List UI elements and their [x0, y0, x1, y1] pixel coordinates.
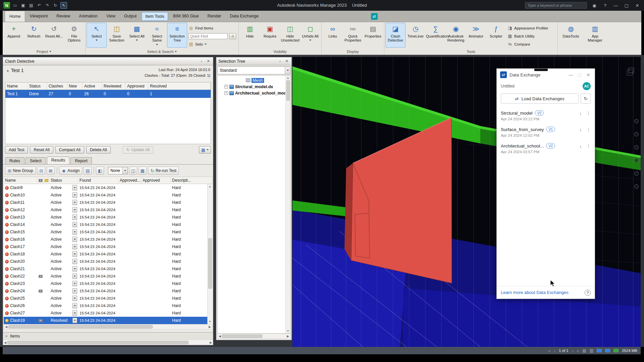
clash-row[interactable]: Clash21 Active 15:54:23 24-04-2024 Hard: [4, 265, 212, 273]
scrollbar-thumb[interactable]: [8, 325, 153, 328]
nav-tool-icon[interactable]: [634, 119, 639, 123]
status-dropdown[interactable]: [72, 222, 77, 227]
ribbon-tab[interactable]: Output: [120, 11, 141, 22]
ribbon-group-label[interactable]: Select & Search: [87, 49, 237, 55]
minimize-panel-icon[interactable]: —: [568, 72, 574, 77]
clash-subtab[interactable]: Select: [25, 157, 46, 164]
quick-access-icon[interactable]: ↶: [36, 2, 43, 9]
test-action-button[interactable]: Add Test: [5, 146, 28, 154]
data-exchange-tab-icon[interactable]: ⇄: [371, 13, 378, 20]
kebab-menu-icon[interactable]: ⋮: [586, 111, 591, 116]
tree-mode-select[interactable]: Standard: [217, 66, 290, 74]
clash-row[interactable]: Clash17 Active 15:54:23 24-04-2024 Hard: [4, 243, 212, 250]
status-dropdown[interactable]: [72, 185, 77, 190]
items-section-header[interactable]: » Items: [3, 332, 213, 340]
clash-subtab[interactable]: Results: [47, 157, 70, 164]
data-exchange-titlebar[interactable]: ⇄ Data Exchange — ▢ ✕: [497, 69, 595, 81]
quick-access-icon[interactable]: ▤: [28, 2, 35, 9]
ribbon-button[interactable]: ◻ Unhide All: [300, 23, 320, 48]
ribbon-button[interactable]: ↻ Refresh: [24, 23, 44, 48]
column-header-viewpoint[interactable]: [37, 177, 43, 184]
column-header-name[interactable]: Name: [4, 177, 37, 184]
clash-row[interactable]: Clash10 Active 15:54:23 24-04-2024 Hard: [4, 191, 212, 199]
clash-row[interactable]: Clash13 Active 15:54:23 24-04-2024 Hard: [4, 214, 212, 221]
status-dropdown[interactable]: [72, 296, 77, 301]
results-horizontal-scrollbar[interactable]: ◀ ▶: [4, 324, 212, 329]
tree-horizontal-scrollbar[interactable]: ◀ ▶: [217, 334, 290, 339]
expand-node-icon[interactable]: +: [224, 85, 228, 88]
download-icon[interactable]: ↓: [580, 143, 582, 148]
sets-button[interactable]: ▤ Sets: [189, 41, 236, 48]
column-header-comments[interactable]: [43, 177, 49, 184]
ribbon-tab[interactable]: Animation: [74, 11, 102, 22]
float-panel-icon[interactable]: ▫: [199, 59, 204, 63]
ribbon-button[interactable]: ≔ Quick Properties: [343, 23, 363, 48]
tree-node-model[interactable]: + Architectual_school_mode: [218, 90, 290, 96]
status-dropdown[interactable]: [72, 215, 77, 220]
nav-tool-icon[interactable]: [634, 145, 639, 149]
ribbon-small-button[interactable]: ◨ Appearance Profiler: [507, 24, 555, 32]
ribbon-tab[interactable]: Render: [203, 11, 226, 22]
ribbon-button[interactable]: ▩ Select All: [127, 23, 147, 48]
clash-row[interactable]: Clash24 Active 15:54:23 24-04-2024 Hard: [4, 287, 212, 295]
tests-column-header[interactable]: Clashes: [47, 82, 67, 89]
status-dropdown[interactable]: [72, 229, 77, 235]
quick-find-button[interactable]: ◎: [229, 33, 236, 39]
ribbon-tab[interactable]: View: [102, 11, 120, 22]
drag-handle[interactable]: [534, 69, 548, 71]
clash-row[interactable]: Clash12 Active 15:54:23 24-04-2024 Hard: [4, 206, 212, 214]
test-action-button[interactable]: Compact All: [55, 146, 84, 154]
ribbon-button[interactable]: ≈ Select Same: [147, 23, 167, 48]
ribbon-button[interactable]: ◉ Autodesk Rendering: [446, 23, 466, 48]
selection-tree-titlebar[interactable]: Selection Tree ▫ ✕: [216, 57, 291, 65]
clash-panel-titlebar[interactable]: Clash Detective ▫ ✕: [3, 57, 213, 65]
status-dropdown[interactable]: [72, 274, 77, 279]
multi-sheet-icon[interactable]: ▥: [590, 348, 593, 353]
help-icon[interactable]: ?: [585, 290, 591, 296]
clash-row[interactable]: Clash18 Active 15:54:23 24-04-2024 Hard: [4, 250, 212, 258]
ribbon-tab[interactable]: Home: [5, 11, 25, 22]
quick-access-icon[interactable]: ▣: [20, 2, 26, 9]
results-vertical-scrollbar[interactable]: ▲ ▼: [207, 184, 212, 324]
next-sheet-icon[interactable]: ›: [572, 348, 573, 353]
download-icon[interactable]: ↓: [580, 111, 582, 116]
user-account-icon[interactable]: ◉: [591, 3, 598, 8]
clash-row[interactable]: Clash11 Active 15:54:23 24-04-2024 Hard: [4, 199, 212, 206]
maximize-window-icon[interactable]: ▢: [623, 3, 630, 8]
sheet-browser-icon[interactable]: ▤: [582, 348, 586, 353]
ribbon-button[interactable]: ▥ Hide: [240, 23, 260, 48]
tests-column-header[interactable]: Active: [83, 82, 102, 89]
ribbon-small-button[interactable]: ⇆ Compare: [507, 41, 555, 48]
ribbon-tab[interactable]: Viewpoint: [25, 11, 52, 22]
ribbon-button[interactable]: ⚙ File Options: [64, 23, 84, 48]
test-action-button[interactable]: Reset All: [30, 146, 53, 154]
status-dropdown[interactable]: [72, 251, 77, 257]
kebab-menu-icon[interactable]: ⋮: [586, 143, 591, 148]
status-dropdown[interactable]: [72, 207, 77, 213]
column-header-description[interactable]: Descripti...: [171, 177, 212, 184]
ribbon-button[interactable]: ≫ Animator: [466, 23, 486, 48]
minimize-window-icon[interactable]: —: [612, 3, 619, 8]
unassign-icon[interactable]: ▤: [84, 167, 92, 175]
clash-row[interactable]: Clash16 Active 15:54:23 24-04-2024 Hard: [4, 236, 212, 243]
quick-access-icon[interactable]: ↷: [44, 2, 51, 9]
write-report-icon[interactable]: ▦: [139, 167, 147, 175]
tree-vertical-scrollbar[interactable]: ▲ ▼: [285, 76, 290, 333]
clash-row[interactable]: Clash15 Active 15:54:23 24-04-2024 Hard: [4, 228, 212, 236]
help-icon[interactable]: ?: [602, 3, 608, 8]
ribbon-tab[interactable]: Data Exchange: [226, 11, 263, 22]
ribbon-button[interactable]: ▣ Require: [260, 23, 280, 48]
learn-more-link[interactable]: Learn more about Data Exchanges: [501, 290, 585, 295]
ribbon-button[interactable]: ◍ DataTools: [559, 23, 583, 48]
ribbon-button[interactable]: ↺ Reset All...: [44, 23, 64, 48]
clash-row[interactable]: Clash20 Active 15:54:23 24-04-2024 Hard: [4, 258, 212, 265]
new-group-button[interactable]: ⊞ New Group: [5, 167, 36, 175]
nav-tool-icon[interactable]: [634, 132, 639, 136]
ribbon-group-label[interactable]: Project: [4, 49, 84, 55]
tests-column-header[interactable]: Approved: [125, 82, 148, 89]
exchange-item[interactable]: Architectual_school... V2 ↓ ⋮ Apr 24 202…: [501, 140, 591, 157]
status-dropdown[interactable]: [72, 303, 77, 308]
column-header-approved[interactable]: Approved: [141, 177, 171, 184]
assign-button[interactable]: ☻ Assign: [59, 167, 83, 175]
user-avatar[interactable]: AC: [583, 82, 591, 90]
